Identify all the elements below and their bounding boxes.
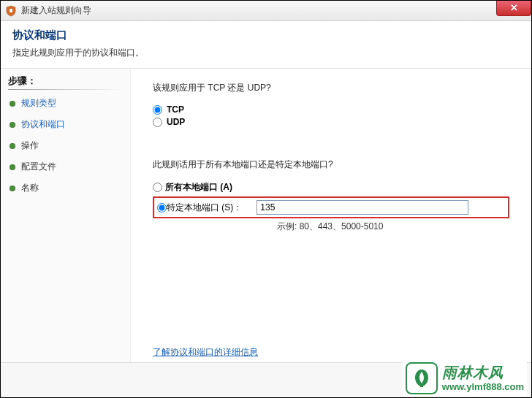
step-action[interactable]: 操作 (8, 135, 123, 156)
bullet-icon (10, 122, 15, 128)
steps-sidebar: 步骤： 规则类型 协议和端口 操作 配置文件 名称 (1, 69, 131, 367)
step-rule-type[interactable]: 规则类型 (8, 93, 123, 114)
all-ports-label: 所有本地端口 (A) (165, 181, 232, 194)
bullet-icon (10, 101, 15, 107)
step-label: 名称 (21, 182, 39, 194)
window-title: 新建入站规则向导 (21, 4, 91, 17)
bullet-icon (10, 143, 15, 149)
help-link-row: 了解协议和端口的详细信息 (153, 346, 258, 359)
step-label: 协议和端口 (21, 118, 65, 131)
watermark: 雨林木风 www.ylmf888.com (403, 361, 527, 396)
steps-heading: 步骤： (8, 74, 123, 90)
port-example: 示例: 80、443、5000-5010 (277, 221, 509, 233)
udp-option[interactable]: UDP (153, 117, 509, 127)
step-name[interactable]: 名称 (8, 177, 123, 199)
all-ports-option[interactable]: 所有本地端口 (A) (153, 181, 509, 194)
svg-rect-1 (420, 385, 423, 387)
wizard-header: 协议和端口 指定此规则应用于的协议和端口。 (1, 21, 531, 69)
page-title: 协议和端口 (12, 28, 520, 42)
page-subtitle: 指定此规则应用于的协议和端口。 (12, 47, 520, 59)
svg-rect-0 (10, 9, 12, 12)
specific-ports-radio[interactable] (157, 203, 167, 213)
app-icon (5, 5, 17, 17)
close-button[interactable]: ✕ (496, 0, 531, 16)
watermark-logo (406, 362, 438, 394)
help-link[interactable]: 了解协议和端口的详细信息 (153, 347, 258, 357)
step-profile[interactable]: 配置文件 (8, 156, 123, 177)
tcp-label: TCP (167, 104, 184, 115)
tcp-option[interactable]: TCP (153, 104, 509, 115)
highlight-box: 特定本地端口 (S)： (153, 196, 509, 218)
protocol-question: 该规则应用于 TCP 还是 UDP? (153, 82, 509, 94)
watermark-url: www.ylmf888.com (442, 381, 524, 393)
step-label: 操作 (21, 139, 39, 152)
udp-label: UDP (167, 117, 185, 127)
all-ports-radio[interactable] (153, 183, 162, 192)
wizard-content: 该规则应用于 TCP 还是 UDP? TCP UDP 此规则话用于所有本地端口还… (131, 69, 531, 367)
bullet-icon (10, 185, 15, 191)
step-label: 规则类型 (21, 97, 56, 110)
tcp-radio[interactable] (153, 105, 162, 115)
titlebar: 新建入站规则向导 ✕ (1, 1, 531, 21)
port-input[interactable] (256, 200, 468, 215)
close-icon: ✕ (510, 2, 518, 13)
port-question: 此规则话用于所有本地端口还是特定本地端口? (153, 158, 509, 171)
udp-radio[interactable] (153, 118, 162, 127)
bullet-icon (10, 164, 15, 170)
step-label: 配置文件 (21, 161, 56, 173)
step-protocol-port[interactable]: 协议和端口 (8, 114, 123, 135)
watermark-text: 雨林木风 www.ylmf888.com (442, 364, 524, 393)
watermark-brand: 雨林木风 (442, 364, 524, 381)
specific-ports-label: 特定本地端口 (S)： (167, 202, 242, 214)
